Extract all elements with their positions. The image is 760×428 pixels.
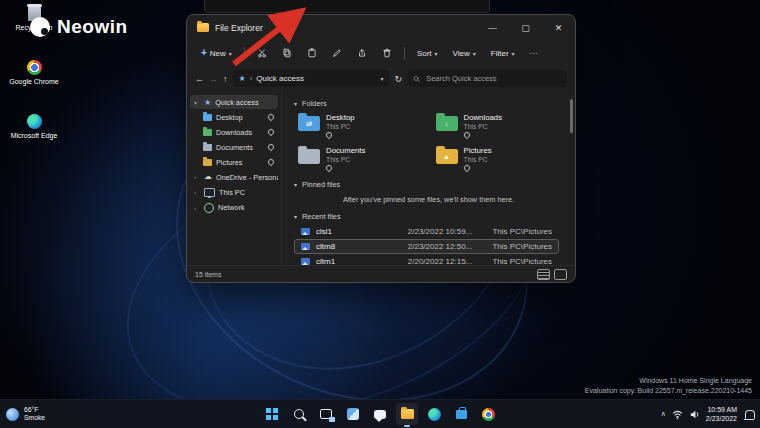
pictures-folder-icon — [203, 159, 212, 166]
this-pc-icon — [204, 188, 215, 197]
sidebar-item-network[interactable]: › Network — [190, 200, 278, 215]
quick-access-star-icon: ★ — [239, 74, 246, 83]
titlebar[interactable]: File Explorer — ▢ ✕ — [187, 15, 575, 40]
chevron-collapsed-icon[interactable]: › — [194, 189, 200, 195]
plus-icon: + — [201, 48, 207, 58]
pinned-files-section-header[interactable]: ▾ Pinned files — [294, 180, 563, 189]
image-file-icon — [301, 243, 310, 250]
details-view-toggle[interactable] — [537, 269, 550, 280]
chrome-icon — [482, 408, 495, 421]
sidebar-item-onedrive[interactable]: › ☁ OneDrive - Personal — [190, 170, 278, 184]
search-input[interactable] — [424, 73, 561, 84]
scrollbar[interactable] — [570, 99, 573, 133]
folder-tile-documents[interactable]: Documents This PC — [294, 144, 426, 175]
file-name: clsl1 — [316, 227, 402, 236]
paste-icon — [307, 48, 317, 58]
large-icons-view-toggle[interactable] — [554, 269, 567, 280]
folder-tile-pictures[interactable]: ▲ Pictures This PC — [432, 144, 564, 175]
new-button-label: New — [210, 49, 226, 58]
neowin-logo-icon — [30, 17, 50, 37]
folder-tile-downloads[interactable]: ↓ Downloads This PC — [432, 111, 564, 142]
breadcrumb-separator-icon: › — [250, 74, 253, 83]
weather-icon — [6, 408, 19, 421]
task-view-button[interactable] — [315, 403, 337, 425]
maximize-button[interactable]: ▢ — [509, 15, 542, 40]
search-box[interactable] — [407, 70, 567, 87]
recent-files-section-header[interactable]: ▾ Recent files — [294, 212, 563, 221]
weather-condition: Smoke — [24, 414, 45, 422]
view-button[interactable]: View ▾ — [447, 46, 482, 61]
breadcrumb-root[interactable]: Quick access — [256, 74, 304, 83]
up-button[interactable]: ↑ — [223, 74, 228, 84]
recent-file-row[interactable]: cltm1 2/20/2022 12:15... This PC\Picture… — [294, 254, 559, 265]
paste-button[interactable] — [301, 45, 323, 61]
sidebar-item-this-pc[interactable]: › This PC — [190, 185, 278, 199]
chevron-expanded-icon[interactable]: ▾ — [294, 100, 297, 107]
delete-button[interactable] — [376, 45, 398, 61]
file-name: cltm8 — [316, 242, 402, 251]
chevron-expanded-icon[interactable]: ▾ — [194, 99, 200, 106]
refresh-button[interactable]: ↻ — [394, 74, 402, 84]
cut-button[interactable] — [251, 45, 273, 61]
taskbar-chrome-button[interactable] — [477, 403, 499, 425]
sidebar-item-quick-access[interactable]: ▾ ★ Quick access — [190, 95, 278, 109]
chat-icon — [374, 410, 386, 419]
chevron-expanded-icon[interactable]: ▾ — [294, 181, 297, 188]
chat-button[interactable] — [369, 403, 391, 425]
status-bar: 15 items — [187, 265, 575, 282]
chevron-down-icon[interactable]: ▾ — [380, 75, 383, 82]
recent-file-row[interactable]: clsl1 2/23/2022 10:59... This PC\Picture… — [294, 224, 559, 239]
pin-icon — [267, 128, 275, 136]
pin-icon — [462, 131, 470, 139]
filter-button[interactable]: Filter ▾ — [485, 46, 521, 61]
desktop-icon-microsoft-edge[interactable]: Microsoft Edge — [8, 114, 60, 140]
taskbar: 66°F Smoke ∧ 10:59 AM 2/23/2022 — [0, 399, 760, 428]
new-button[interactable]: + New ▾ — [195, 45, 238, 61]
desktop-folder-icon: 🖳 — [298, 116, 320, 131]
folders-section-header[interactable]: ▾ Folders — [294, 99, 563, 108]
pin-icon — [462, 164, 470, 172]
chevron-collapsed-icon[interactable]: › — [194, 205, 200, 211]
weather-widget[interactable]: 66°F Smoke — [6, 406, 45, 423]
sort-button[interactable]: Sort ▾ — [411, 46, 444, 61]
widgets-button[interactable] — [342, 403, 364, 425]
back-button[interactable]: ← — [195, 74, 204, 84]
desktop-icon-label: Google Chrome — [9, 78, 58, 86]
more-options-button[interactable]: ··· — [524, 46, 544, 61]
chevron-collapsed-icon[interactable]: › — [194, 174, 200, 180]
window-title: File Explorer — [215, 23, 263, 33]
sidebar-item-downloads[interactable]: Downloads — [199, 125, 278, 139]
minimize-button[interactable]: — — [476, 15, 509, 40]
share-button[interactable] — [351, 45, 373, 61]
start-button[interactable] — [261, 403, 283, 425]
sidebar-item-documents[interactable]: Documents — [199, 140, 278, 154]
folder-tile-desktop[interactable]: 🖳 Desktop This PC — [294, 111, 426, 142]
file-modified-date: 2/20/2022 12:15... — [408, 257, 487, 265]
chevron-expanded-icon[interactable]: ▾ — [294, 213, 297, 220]
weather-temp: 66°F — [24, 406, 45, 414]
taskbar-edge-button[interactable] — [423, 403, 445, 425]
copy-button[interactable] — [276, 45, 298, 61]
forward-button[interactable]: → — [209, 74, 218, 84]
folder-tile-location: This PC — [326, 156, 365, 164]
wifi-icon[interactable] — [672, 409, 683, 420]
recent-file-row-selected[interactable]: cltm8 2/23/2022 12:50... This PC\Picture… — [294, 239, 559, 254]
breadcrumb[interactable]: ★ › Quick access ▾ — [233, 70, 390, 87]
sort-button-label: Sort — [417, 49, 432, 58]
hidden-icons-chevron[interactable]: ∧ — [661, 410, 666, 418]
windows-logo-icon — [266, 408, 278, 420]
taskbar-store-button[interactable] — [450, 403, 472, 425]
close-button[interactable]: ✕ — [542, 15, 575, 40]
volume-icon[interactable] — [689, 409, 700, 420]
desktop-icon-google-chrome[interactable]: Google Chrome — [8, 60, 60, 86]
sidebar-item-desktop[interactable]: Desktop — [199, 110, 278, 124]
desktop-top-search-bar[interactable] — [204, 0, 490, 13]
pictures-folder-icon: ▲ — [436, 149, 458, 164]
notification-bell-icon[interactable] — [745, 410, 755, 419]
rename-button[interactable] — [326, 45, 348, 61]
pin-icon — [325, 131, 333, 139]
clock[interactable]: 10:59 AM 2/23/2022 — [706, 405, 737, 423]
taskbar-file-explorer-button[interactable] — [396, 403, 418, 425]
taskbar-search-button[interactable] — [288, 403, 310, 425]
sidebar-item-pictures[interactable]: Pictures — [199, 155, 278, 169]
